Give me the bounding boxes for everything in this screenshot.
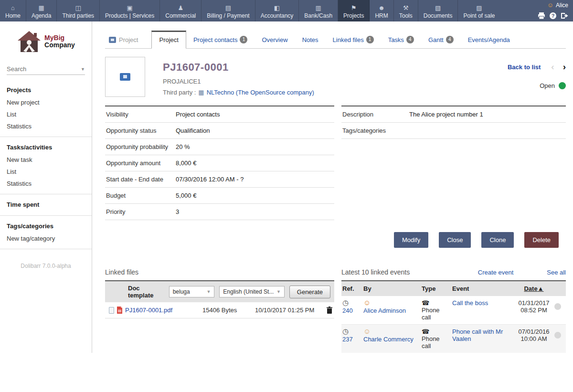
generate-button[interactable]: Generate <box>289 286 330 298</box>
third-parties-icon: ◫ <box>75 4 81 11</box>
sidebar-item-task-list[interactable]: List <box>0 166 92 178</box>
topnav-tools[interactable]: ⚒ Tools <box>394 0 418 21</box>
sidebar-item-list[interactable]: List <box>0 108 92 120</box>
events-title: Latest 10 linked events <box>341 268 410 276</box>
billing-icon: ▤ <box>225 4 231 11</box>
trash-icon[interactable] <box>327 307 332 314</box>
col-date-sort[interactable]: Date▲ <box>516 281 552 296</box>
event-ref-link[interactable]: 240 <box>342 307 353 314</box>
tab-tasks[interactable]: Tasks 4 <box>381 32 421 48</box>
sidebar-heading-tasks[interactable]: Tasks/activities <box>0 141 92 154</box>
tab-project[interactable]: Project <box>151 31 186 49</box>
tab-events-agenda[interactable]: Events/Agenda <box>461 32 517 48</box>
tab-label: Project contacts <box>193 36 238 43</box>
topnav-projects[interactable]: ⚑ Projects <box>338 0 370 21</box>
field-label: Opportunity status <box>105 123 175 138</box>
tab-project-contacts[interactable]: Project contacts 1 <box>186 32 255 48</box>
doc-template-select[interactable]: beluga ▼ <box>169 286 215 297</box>
doc-template-label: Doc template <box>128 285 164 299</box>
topnav-documents[interactable]: ▧ Documents <box>418 0 458 21</box>
topnav-products-services[interactable]: ▣ Products | Services <box>100 0 160 21</box>
sidebar-group-time-spent: Time spent <box>0 195 92 213</box>
user-menu[interactable]: ☺ Alice <box>547 1 568 9</box>
table-row: Priority 3 <box>105 204 334 220</box>
tab-badge: 4 <box>406 36 414 43</box>
event-title-cell: Phone call with Mr Vaalen <box>451 325 514 353</box>
logout-icon[interactable] <box>561 12 568 19</box>
event-link[interactable]: Call the boss <box>452 299 488 307</box>
events-header-row: Ref. By Type Event Date▲ <box>341 280 566 296</box>
project-properties-table: Visibility Project contacts Opportunity … <box>105 106 334 220</box>
tab-notes[interactable]: Notes <box>295 32 326 48</box>
third-party-line: Third party : ▦ NLTechno (The OpenSource… <box>163 89 314 96</box>
phone-icon: ☎ <box>422 299 429 307</box>
event-user-link[interactable]: Alice Adminson <box>363 307 406 314</box>
bank-icon: ▥ <box>316 4 321 11</box>
table-row: Start date - End date 07/30/2016 12:00 A… <box>105 171 334 188</box>
tab-overview[interactable]: Overview <box>255 32 295 48</box>
sidebar-item-new-tag[interactable]: New tag/category <box>0 233 92 244</box>
event-user-link[interactable]: Charle Commercy <box>363 336 414 343</box>
company-logo[interactable]: MyBig Company <box>0 30 92 53</box>
tab-context: Project <box>109 32 145 48</box>
pdf-icon <box>117 307 123 314</box>
tab-gantt[interactable]: Gantt 4 <box>421 32 461 48</box>
delete-button[interactable]: Delete <box>524 232 559 248</box>
third-party-link[interactable]: NLTechno (The OpenSource company) <box>207 89 314 96</box>
event-link[interactable]: Phone call with Mr Vaalen <box>452 328 503 342</box>
sidebar-item-statistics[interactable]: Statistics <box>0 120 92 132</box>
topnav-accountancy[interactable]: ◧ Accountancy <box>255 0 299 21</box>
previous-record-icon[interactable]: ‹ <box>551 63 554 71</box>
sidebar-heading-projects[interactable]: Projects <box>0 84 92 96</box>
search-box[interactable]: ▼ <box>7 65 85 75</box>
topnav-label: Commercial <box>165 12 196 19</box>
sidebar-item-new-project[interactable]: New project <box>0 96 92 108</box>
file-link[interactable]: PJ1607-0001.pdf <box>125 307 172 314</box>
print-icon[interactable] <box>538 12 545 19</box>
help-icon[interactable]: ? <box>550 12 556 19</box>
doc-language-select[interactable]: English (United St... ▼ <box>219 286 284 297</box>
event-ref-link[interactable]: 237 <box>342 336 353 343</box>
sidebar-heading-tags[interactable]: Tags/categories <box>0 220 92 233</box>
modify-button[interactable]: Modify <box>394 232 428 248</box>
project-photo-placeholder <box>105 57 145 97</box>
search-input[interactable] <box>7 65 69 73</box>
topnav-point-of-sale[interactable]: ▨ Point of sale <box>458 0 500 21</box>
create-event-link[interactable]: Create event <box>478 269 513 276</box>
search-caret-icon[interactable]: ▼ <box>81 67 85 72</box>
table-row: Description The Alice project number 1 <box>341 106 566 123</box>
sidebar-heading-time-spent[interactable]: Time spent <box>0 198 92 211</box>
topnav-label: Products | Services <box>105 12 154 19</box>
sidebar-item-new-task[interactable]: New task <box>0 154 92 166</box>
doc-template-value: beluga <box>173 288 190 295</box>
topnav-commercial[interactable]: ♟ Commercial <box>160 0 202 21</box>
topnav-bank-cash[interactable]: ▥ Bank/Cash <box>299 0 338 21</box>
sidebar-item-task-statistics[interactable]: Statistics <box>0 178 92 190</box>
linked-files-title: Linked files <box>105 268 138 276</box>
home-icon: ⌂ <box>11 4 15 11</box>
project-icon <box>120 73 130 81</box>
clone-button[interactable]: Clone <box>481 232 514 248</box>
status-line: Open <box>508 82 566 89</box>
close-button[interactable]: Close <box>439 232 471 248</box>
field-value: 3 <box>175 204 180 220</box>
topnav-hrm[interactable]: ☻ HRM <box>370 0 393 21</box>
next-record-icon[interactable]: › <box>563 63 566 71</box>
logo-line1: MyBig <box>44 34 75 42</box>
topnav-third-parties[interactable]: ◫ Third parties <box>57 0 100 21</box>
topnav-label: Billing / Payment <box>207 12 249 19</box>
topnav-home[interactable]: ⌂ Home <box>0 0 26 21</box>
event-row: ◷ 237 ☺ Charle Commercy ☎ Phone call Pho… <box>341 325 566 353</box>
sidebar-divider <box>0 249 92 249</box>
see-all-link[interactable]: See all <box>547 269 566 276</box>
back-to-list-link[interactable]: Back to list <box>508 64 541 71</box>
file-preview-icon[interactable] <box>109 307 114 314</box>
user-name: Alice <box>556 2 568 9</box>
topnav-billing-payment[interactable]: ▤ Billing / Payment <box>202 0 255 21</box>
tab-linked-files[interactable]: Linked files 1 <box>326 32 381 48</box>
event-type-cell: ☎ Phone call <box>421 325 449 353</box>
topnav-label: Projects <box>343 12 364 19</box>
topnav-agenda[interactable]: ▦ Agenda <box>26 0 57 21</box>
topnav-label: Documents <box>424 12 453 19</box>
col-date-label: Date <box>524 285 537 292</box>
